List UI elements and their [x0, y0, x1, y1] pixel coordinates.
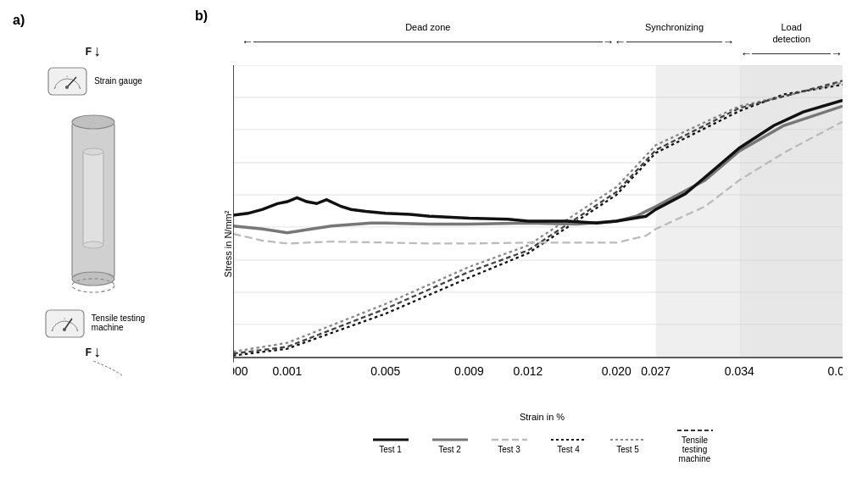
svg-text:0.020: 0.020 — [602, 364, 632, 378]
legend-test2: Test 2 — [432, 436, 468, 454]
legend-test1-icon — [373, 436, 409, 443]
legend-test4-icon — [551, 436, 587, 443]
legend-test3: Test 3 — [492, 436, 527, 454]
panel-a-label: a) — [13, 13, 25, 28]
gauge-top-icon — [44, 64, 91, 97]
svg-point-11 — [83, 148, 103, 155]
legend-area: Test 1 Test 2 Test 3 Test 4 — [242, 422, 851, 469]
svg-point-8 — [72, 272, 114, 286]
zone-annotations: Dead zone ← → Synchronizing ← → Load det… — [242, 21, 843, 65]
arrow-down-bottom-icon: ↓ — [93, 343, 101, 361]
legend-test5: Test 5 — [610, 436, 646, 454]
tensile-machine-label: Tensile testing machine — [92, 313, 145, 332]
svg-text:0.046: 0.046 — [828, 364, 843, 378]
gauge-bottom-icon — [42, 306, 88, 340]
svg-text:0.009: 0.009 — [454, 364, 484, 378]
force-label-bottom: F — [86, 347, 92, 358]
panel-a: a) F ↓ Strain gauge — [0, 0, 186, 477]
svg-rect-19 — [656, 65, 740, 358]
force-label-top: F — [86, 46, 92, 58]
legend-tensile-machine: Tensile testing machine — [670, 427, 721, 463]
svg-rect-20 — [739, 65, 843, 358]
svg-point-2 — [65, 86, 69, 89]
chart-container: Stress in N/mm² 0 5 10 — [195, 65, 851, 422]
legend-test3-icon — [492, 436, 527, 443]
x-axis-label: Strain in % — [242, 412, 843, 422]
svg-text:0.000: 0.000 — [233, 364, 248, 378]
svg-point-15 — [63, 328, 66, 331]
panel-b: b) Dead zone ← → Synchronizing ← → Load … — [186, 0, 868, 477]
arrow-down-icon: ↓ — [93, 42, 101, 60]
load-detection-label: Load detection ← → — [740, 21, 843, 60]
synchronizing-label: Synchronizing ← → — [615, 21, 735, 48]
gauge-bottom-area: Tensile testing machine — [42, 306, 145, 340]
strain-gauge-label: Strain gauge — [94, 76, 142, 86]
svg-text:0.034: 0.034 — [725, 364, 754, 378]
svg-point-7 — [72, 115, 114, 129]
dead-zone-label: Dead zone ← → — [242, 21, 615, 48]
legend-test5-icon — [610, 436, 646, 443]
gauge-top-area: Strain gauge — [44, 64, 142, 97]
y-axis-label: Stress in N/mm² — [223, 210, 233, 277]
svg-rect-13 — [46, 310, 84, 337]
svg-rect-0 — [48, 68, 86, 95]
svg-rect-10 — [83, 152, 103, 245]
svg-text:0.005: 0.005 — [370, 364, 400, 378]
dashed-line-icon — [55, 361, 131, 378]
svg-text:0.027: 0.027 — [641, 364, 670, 378]
chart-svg: 0 5 10 15 20 25 30 35 40 45 0.000 0.001 … — [233, 65, 843, 397]
legend-test4: Test 4 — [551, 436, 587, 454]
legend-test1: Test 1 — [373, 436, 409, 454]
svg-text:0.012: 0.012 — [514, 364, 543, 378]
legend-test2-icon — [432, 436, 468, 443]
legend-tensile-icon — [677, 427, 713, 434]
panel-b-label: b) — [195, 8, 208, 24]
cylinder-icon — [59, 101, 127, 304]
svg-point-12 — [83, 241, 103, 248]
diagram-a: F ↓ Strain gauge — [8, 42, 178, 378]
svg-text:0.001: 0.001 — [272, 364, 302, 378]
